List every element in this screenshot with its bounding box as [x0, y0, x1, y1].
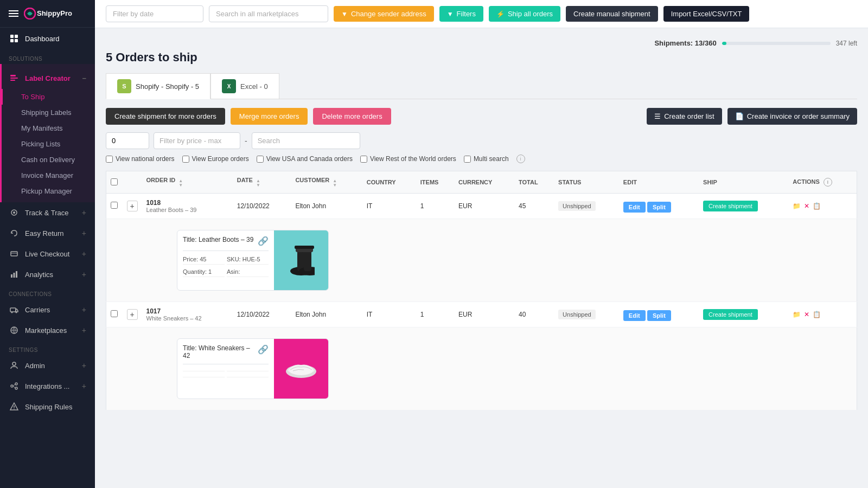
carriers-plus[interactable]: + [82, 305, 86, 314]
create-invoice-button[interactable]: 📄 Create invoice or order summary [727, 108, 857, 125]
create-shipment-more-button[interactable]: Create shipment for more orders [106, 108, 225, 125]
multi-search-info-icon[interactable]: i [516, 155, 525, 163]
action-icons-1018: 📁 ✕ 📋 [793, 202, 852, 210]
delete-icon-1017[interactable]: ✕ [804, 311, 809, 318]
copy-icon-1018[interactable]: 📋 [813, 202, 821, 210]
filters-button[interactable]: ▼ Filters [439, 6, 483, 22]
edit-button-1017[interactable]: Edit [623, 310, 646, 321]
order-id-sort[interactable]: ▲ ▼ [178, 179, 183, 188]
folder-icon-1017[interactable]: 📁 [793, 311, 801, 318]
checkbox-rest-world[interactable]: View Rest of the World orders [360, 155, 456, 163]
svg-point-10 [13, 211, 15, 214]
checkbox-usa-canada[interactable]: View USA and Canada orders [257, 155, 353, 163]
checkbox-multi-search-input[interactable] [464, 156, 471, 163]
marketplaces-plus[interactable]: + [82, 326, 86, 335]
svg-rect-14 [14, 273, 15, 278]
status-badge-1017: Unshipped [558, 310, 596, 319]
row-1017-orderid: 1017 White Sneakers – 42 [142, 302, 233, 328]
checkboxes-row: View national orders View Europe orders … [106, 155, 857, 163]
sidebar-subitem-shipping-labels[interactable]: Shipping Labels [2, 105, 95, 120]
create-shipment-button-1018[interactable]: Create shipment [703, 201, 758, 211]
tab-shopify[interactable]: S Shopify - Shopify - 5 [106, 73, 210, 99]
row-1018-expand-button[interactable]: + [127, 201, 138, 211]
merge-more-button[interactable]: Merge more orders [231, 108, 308, 125]
row-1017-expand-button[interactable]: + [127, 309, 138, 320]
analytics-plus[interactable]: + [82, 270, 86, 279]
sidebar-subitem-pickup-manager[interactable]: Pickup Manager [2, 183, 95, 199]
create-manual-shipment-button[interactable]: Create manual shipment [566, 6, 658, 22]
date-sort[interactable]: ▲ ▼ [256, 179, 260, 188]
th-total: TOTAL [514, 171, 554, 194]
th-actions: ACTIONS i [788, 171, 857, 194]
checkbox-national[interactable]: View national orders [106, 155, 175, 163]
checkbox-multi-search[interactable]: Multi search [464, 155, 509, 163]
customer-sort[interactable]: ▲ ▼ [333, 179, 337, 188]
import-excel-button[interactable]: Import Excel/CSV/TXT [663, 6, 750, 22]
label-creator-icon [9, 73, 20, 84]
split-button-1017[interactable]: Split [647, 310, 671, 321]
row-1017-items: 1 [416, 302, 454, 328]
checkbox-europe-input[interactable] [182, 156, 189, 163]
shipping-rules-icon [9, 401, 20, 412]
integrations-icon [9, 381, 20, 391]
hamburger-menu[interactable] [9, 10, 18, 17]
svg-line-25 [13, 384, 15, 387]
row-1018-ship-cell: Create shipment [699, 194, 788, 219]
sidebar-item-track-trace[interactable]: Track & Trace + [0, 202, 95, 223]
action-buttons-row: Create shipment for more orders Merge mo… [106, 108, 857, 125]
create-shipment-button-1017[interactable]: Create shipment [703, 309, 758, 320]
marketplaces-icon [9, 325, 20, 336]
sidebar-item-analytics[interactable]: Analytics + [0, 264, 95, 285]
split-button-1018[interactable]: Split [647, 202, 671, 213]
svg-rect-16 [10, 308, 16, 312]
checkbox-europe[interactable]: View Europe orders [182, 155, 249, 163]
ship-all-orders-button[interactable]: ⚡ Ship all orders [489, 6, 560, 22]
select-all-checkbox[interactable] [111, 178, 118, 185]
price-max-filter-input[interactable] [154, 132, 240, 149]
live-checkout-plus[interactable]: + [82, 249, 86, 258]
quantity-filter-input[interactable] [106, 132, 149, 149]
sidebar-subitem-picking-lists[interactable]: Picking Lists [2, 136, 95, 152]
sidebar-item-integrations[interactable]: Integrations ... + [0, 376, 95, 396]
edit-button-1018[interactable]: Edit [623, 202, 646, 213]
tabs-row: S Shopify - Shopify - 5 X Excel - 0 [106, 73, 857, 99]
sidebar-item-live-checkout[interactable]: Live Checkout + [0, 243, 95, 264]
search-filter-input[interactable] [252, 132, 360, 149]
sidebar-item-carriers[interactable]: Carriers + [0, 299, 95, 320]
sidebar-item-shipping-rules[interactable]: Shipping Rules [0, 396, 95, 417]
checkbox-rest-world-input[interactable] [360, 156, 367, 163]
change-sender-button[interactable]: ▼ Change sender address [334, 6, 434, 22]
folder-icon-1018[interactable]: 📁 [793, 202, 801, 210]
shipments-label: Shipments: 13/360 [654, 39, 716, 47]
search-marketplace-input[interactable] [209, 5, 328, 22]
create-order-list-button[interactable]: ☰ Create order list [647, 108, 722, 125]
sidebar-item-dashboard[interactable]: Dashboard [0, 28, 95, 49]
sidebar-subitem-cash-on-delivery[interactable]: Cash on Delivery [2, 152, 95, 168]
sidebar-item-label-creator[interactable]: Label Creator − [2, 67, 95, 89]
integrations-plus[interactable]: + [82, 382, 86, 390]
label-creator-collapse[interactable]: − [82, 74, 86, 82]
track-trace-plus[interactable]: + [82, 208, 86, 217]
row-1018-checkbox[interactable] [111, 202, 118, 209]
sidebar-subitem-invoice-manager[interactable]: Invoice Manager [2, 168, 95, 183]
checkbox-national-input[interactable] [106, 156, 113, 163]
sidebar-item-admin[interactable]: Admin + [0, 355, 95, 376]
sidebar-item-marketplaces[interactable]: Marketplaces + [0, 320, 95, 341]
sidebar-subitem-to-ship[interactable]: To Ship [2, 89, 95, 105]
product-card-1018: Title: Leather Boots – 39 🔗 Price: 45 SK… [177, 230, 329, 291]
delete-more-button[interactable]: Delete more orders [313, 108, 391, 125]
product-copy-icon-1018[interactable]: 🔗 [258, 236, 269, 246]
sidebar-subitem-my-manifests[interactable]: My Manifests [2, 120, 95, 136]
sidebar-item-easy-return[interactable]: Easy Return + [0, 223, 95, 243]
actions-info-icon[interactable]: i [824, 178, 832, 187]
row-1017-checkbox[interactable] [111, 310, 118, 317]
product-copy-icon-1017[interactable]: 🔗 [258, 344, 269, 355]
admin-plus[interactable]: + [82, 361, 86, 370]
delete-icon-1018[interactable]: ✕ [804, 202, 809, 210]
tab-excel[interactable]: X Excel - 0 [210, 73, 279, 99]
checkbox-usa-canada-input[interactable] [257, 156, 264, 163]
row-1017-edit-cell: Edit Split [619, 302, 699, 328]
filter-date-input[interactable] [106, 5, 203, 22]
copy-icon-1017[interactable]: 📋 [813, 311, 821, 318]
easy-return-plus[interactable]: + [82, 229, 86, 237]
